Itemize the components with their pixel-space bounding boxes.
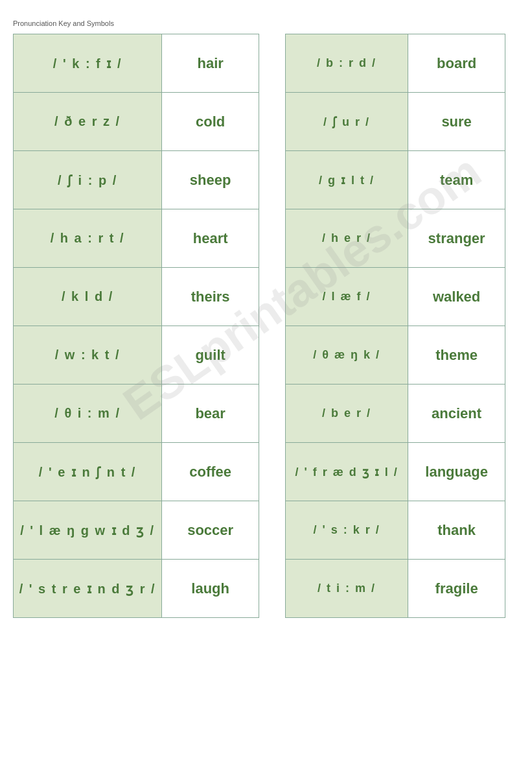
table-row: / g ɪ l t / team [286, 151, 505, 209]
phonetic-cell: / ʃ u r / [286, 93, 408, 151]
table-row: / b : r d / board [286, 34, 505, 93]
word-cell: language [408, 443, 505, 501]
table-row: / w : k t / guilt [14, 326, 259, 385]
word-cell: cold [162, 93, 259, 151]
word-cell: bear [162, 385, 259, 443]
table-row: / ' l æ ŋ g w ɪ d ʒ / soccer [14, 501, 259, 560]
table-row: / θ i : m / bear [14, 385, 259, 443]
table-row: / ' k : f ɪ / hair [14, 34, 259, 93]
table-row: / θ æ ŋ k / theme [286, 326, 505, 385]
table-row: / b e r / ancient [286, 385, 505, 443]
phonetic-cell: / ʃ i : p / [14, 151, 162, 209]
word-cell: coffee [162, 443, 259, 501]
word-cell: hair [162, 34, 259, 93]
word-cell: sheep [162, 151, 259, 209]
word-cell: theme [408, 326, 505, 385]
table-row: / l æ f / walked [286, 268, 505, 326]
word-cell: theirs [162, 268, 259, 326]
phonetic-cell: / h a : r t / [14, 209, 162, 268]
word-cell: walked [408, 268, 505, 326]
table-row: / ' f r æ d ʒ ɪ l / language [286, 443, 505, 501]
phonetic-cell: / t i : m / [286, 560, 408, 618]
phonetic-cell: / w : k t / [14, 326, 162, 385]
left-table: / ' k : f ɪ / hair / ð e r z / cold / ʃ … [13, 34, 259, 618]
phonetic-cell: / h e r / [286, 209, 408, 268]
phonetic-cell: / ' f r æ d ʒ ɪ l / [286, 443, 408, 501]
word-cell: ancient [408, 385, 505, 443]
phonetic-cell: / ' s t r e ɪ n d ʒ r / [14, 560, 162, 618]
table-row: / ð e r z / cold [14, 93, 259, 151]
phonetic-cell: / ' l æ ŋ g w ɪ d ʒ / [14, 501, 162, 560]
table-row: / k l d / theirs [14, 268, 259, 326]
word-cell: stranger [408, 209, 505, 268]
table-row: / ʃ i : p / sheep [14, 151, 259, 209]
word-cell: thank [408, 501, 505, 560]
table-row: / ' e ɪ n ʃ n t / coffee [14, 443, 259, 501]
table-row: / h e r / stranger [286, 209, 505, 268]
table-row: / ' s : k r / thank [286, 501, 505, 560]
word-cell: heart [162, 209, 259, 268]
phonetic-cell: / ' s : k r / [286, 501, 408, 560]
table-row: / h a : r t / heart [14, 209, 259, 268]
phonetic-cell: / ' e ɪ n ʃ n t / [14, 443, 162, 501]
phonetic-cell: / g ɪ l t / [286, 151, 408, 209]
word-cell: board [408, 34, 505, 93]
word-cell: laugh [162, 560, 259, 618]
table-row: / t i : m / fragile [286, 560, 505, 618]
word-cell: fragile [408, 560, 505, 618]
word-cell: sure [408, 93, 505, 151]
word-cell: soccer [162, 501, 259, 560]
right-table: / b : r d / board / ʃ u r / sure / g ɪ l… [285, 34, 505, 618]
phonetic-cell: / θ i : m / [14, 385, 162, 443]
phonetic-cell: / k l d / [14, 268, 162, 326]
phonetic-cell: / θ æ ŋ k / [286, 326, 408, 385]
phonetic-cell: / l æ f / [286, 268, 408, 326]
phonetic-cell: / ð e r z / [14, 93, 162, 151]
phonetic-cell: / b e r / [286, 385, 408, 443]
page-title: Pronunciation Key and Symbols [13, 19, 519, 27]
table-row: / ʃ u r / sure [286, 93, 505, 151]
phonetic-cell: / ' k : f ɪ / [14, 34, 162, 93]
table-row: / ' s t r e ɪ n d ʒ r / laugh [14, 560, 259, 618]
phonetic-cell: / b : r d / [286, 34, 408, 93]
word-cell: guilt [162, 326, 259, 385]
word-cell: team [408, 151, 505, 209]
